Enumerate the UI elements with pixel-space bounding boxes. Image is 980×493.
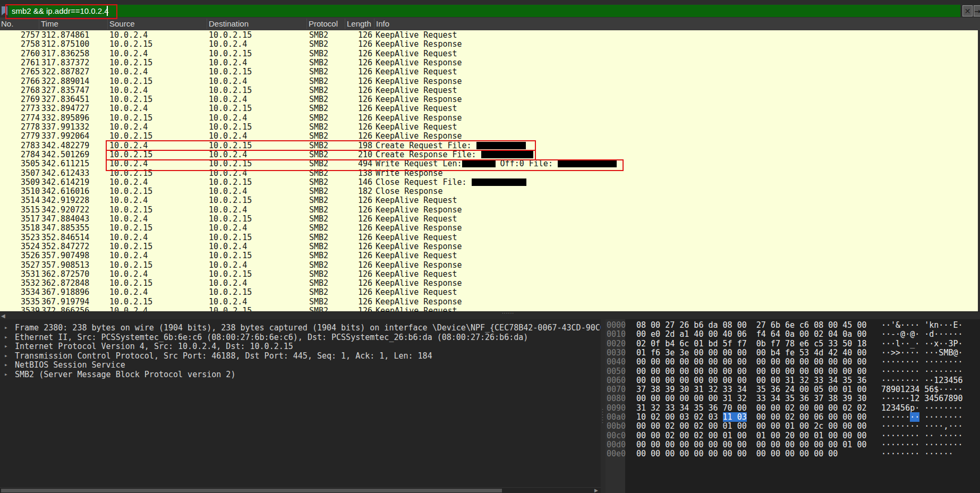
hex-bytes[interactable]: 00 00 00 00 00 00 00 00 00 00 00 00 00 0… <box>636 449 838 458</box>
hex-bytes[interactable]: 08 00 27 26 b6 da 08 00 27 6b 6e c6 08 0… <box>636 320 866 330</box>
hex-row[interactable]: 00a010 02 00 03 02 03 11 03 00 00 02 00 … <box>606 412 980 422</box>
hex-ascii[interactable]: ··'&···· 'kn···E· <box>881 320 963 330</box>
hex-bytes[interactable]: 00 00 00 00 00 00 00 00 00 00 00 00 00 0… <box>636 440 866 449</box>
packet-row[interactable]: 3517347.88404310.0.2.410.0.2.15SMB2126Ke… <box>0 214 980 224</box>
hex-row[interactable]: 003001 f6 3e 3e 00 00 00 00 00 b4 fe 53 … <box>606 348 980 358</box>
expand-arrow-icon[interactable]: ▸ <box>4 323 8 333</box>
selected-ascii[interactable]: ·· <box>910 412 919 422</box>
packet-row[interactable]: 2760317.83625810.0.2.410.0.2.15SMB2126Ke… <box>0 49 980 58</box>
packet-row[interactable]: 2774332.89589610.0.2.1510.0.2.4SMB2126Ke… <box>0 113 980 123</box>
hex-ascii[interactable]: ········ ········ <box>881 412 963 422</box>
hex-bytes[interactable]: 00 00 00 00 00 00 00 00 00 00 00 00 00 0… <box>636 367 866 376</box>
clear-filter-button[interactable]: ✕ <box>962 5 973 16</box>
hex-ascii[interactable]: ········ ··123456 <box>881 376 963 385</box>
hex-row[interactable]: 006000 00 00 00 00 00 00 00 00 00 31 32 … <box>606 376 980 385</box>
selected-bytes[interactable]: 11 03 <box>723 412 747 422</box>
packet-row[interactable]: 3535367.91979410.0.2.1510.0.2.4SMB2126Ke… <box>0 297 980 307</box>
hex-row[interactable]: 00b000 00 02 00 02 00 01 00 00 00 01 00 … <box>606 421 980 431</box>
hex-bytes[interactable]: 02 0f b4 6c 01 bd 5f f7 0b f7 78 e6 c5 3… <box>636 339 866 348</box>
column-header-destination[interactable]: Destination <box>209 18 249 30</box>
packet-row[interactable]: 3523352.84651410.0.2.410.0.2.15SMB2126Ke… <box>0 233 980 242</box>
packet-row[interactable]: 3510342.61601610.0.2.1510.0.2.4SMB2182Cl… <box>0 186 980 196</box>
hex-ascii[interactable]: ······12 34567890 <box>881 394 963 403</box>
detail-tree-row[interactable]: ▸Ethernet II, Src: PCSSystemtec_6b:6e:c6… <box>0 333 601 342</box>
hex-ascii[interactable]: ········ ·· ····· <box>881 431 963 440</box>
hex-bytes[interactable]: 10 02 00 03 02 03 11 03 00 00 02 00 06 0… <box>636 412 867 422</box>
hex-row[interactable]: 007037 38 39 30 31 32 33 34 35 36 24 00 … <box>606 385 980 394</box>
hex-ascii[interactable]: ········ ········ <box>881 440 963 449</box>
detail-tree-row[interactable]: ▸Frame 2380: 238 bytes on wire (1904 bit… <box>0 323 601 333</box>
hex-ascii[interactable]: ········ ········ <box>881 357 963 367</box>
hex-row[interactable]: 001000 e0 2d a1 40 00 40 06 f4 64 0a 00 … <box>606 329 980 339</box>
scrollbar-handle[interactable] <box>1 489 502 492</box>
packet-row[interactable]: 2758312.87510010.0.2.1510.0.2.4SMB2126Ke… <box>0 39 980 49</box>
packet-row[interactable]: 3518347.88535510.0.2.1510.0.2.4SMB2126Ke… <box>0 223 980 233</box>
scroll-right-icon[interactable]: ▶ <box>594 488 598 493</box>
detail-tree-row[interactable]: ▸Internet Protocol Version 4, Src: 10.0.… <box>0 342 601 351</box>
hex-bytes[interactable]: 00 00 02 00 02 00 01 00 01 00 20 00 01 0… <box>636 431 866 440</box>
hex-bytes[interactable]: 00 00 00 00 00 00 00 00 00 00 00 00 00 0… <box>636 357 866 367</box>
detail-tree-row[interactable]: ▸SMB2 (Server Message Block Protocol ver… <box>0 370 601 379</box>
packet-row[interactable]: 3509342.61421910.0.2.410.0.2.15SMB2146Cl… <box>0 177 980 187</box>
expand-arrow-icon[interactable]: ▸ <box>4 370 8 379</box>
column-header-source[interactable]: Source <box>109 18 135 30</box>
expand-arrow-icon[interactable]: ▸ <box>4 333 8 342</box>
packet-row[interactable]: 3515342.92072210.0.2.1510.0.2.4SMB2126Ke… <box>0 205 980 215</box>
hex-ascii[interactable]: ··-·@·@· ·d······ <box>881 329 963 339</box>
detail-tree-row[interactable]: ▸Transmission Control Protocol, Src Port… <box>0 351 601 361</box>
hex-row[interactable]: 002002 0f b4 6c 01 bd 5f f7 0b f7 78 e6 … <box>606 339 980 348</box>
packet-row[interactable]: 2768327.83574710.0.2.410.0.2.15SMB2126Ke… <box>0 86 980 95</box>
packet-row[interactable]: 3526357.90749810.0.2.410.0.2.15SMB2126Ke… <box>0 251 980 260</box>
column-header-no[interactable]: No. <box>1 18 13 30</box>
expand-arrow-icon[interactable]: ▸ <box>4 351 8 361</box>
packet-list-horizontal-scrollbar[interactable]: ◀ ······ <box>0 311 980 320</box>
hex-row[interactable]: 00d000 00 00 00 00 00 00 00 00 00 00 00 … <box>606 440 980 449</box>
hex-bytes[interactable]: 01 f6 3e 3e 00 00 00 00 00 b4 fe 53 4d 4… <box>636 348 866 358</box>
packet-row[interactable]: 2773332.89472710.0.2.410.0.2.15SMB2126Ke… <box>0 104 980 113</box>
packet-row[interactable]: 3527357.90851310.0.2.1510.0.2.4SMB2126Ke… <box>0 260 980 270</box>
hex-row[interactable]: 008000 00 00 00 00 00 31 32 33 34 35 36 … <box>606 394 980 403</box>
packet-row[interactable]: 2769327.83645110.0.2.1510.0.2.4SMB2126Ke… <box>0 95 980 104</box>
packet-row[interactable]: 3524352.84727210.0.2.1510.0.2.4SMB2126Ke… <box>0 242 980 251</box>
packet-row[interactable]: 3532362.87284810.0.2.1510.0.2.4SMB2126Ke… <box>0 278 980 288</box>
scroll-left-icon[interactable]: ◀ <box>1 312 5 319</box>
hex-ascii[interactable]: ···l··_· ··x··3P· <box>881 339 963 348</box>
hex-bytes[interactable]: 00 00 02 00 02 00 01 00 00 00 01 00 2c 0… <box>636 421 866 431</box>
filter-input[interactable] <box>8 5 960 17</box>
column-header-length[interactable]: Length <box>347 18 371 30</box>
packet-row[interactable]: 2779337.99206410.0.2.1510.0.2.4SMB2126Ke… <box>0 131 980 141</box>
packet-list-vertical-scrollbar[interactable] <box>978 30 980 317</box>
hex-ascii[interactable]: 123456p· ········ <box>881 403 963 413</box>
hex-bytes[interactable]: 37 38 39 30 31 32 33 34 35 36 24 00 05 0… <box>636 385 866 394</box>
packet-row[interactable]: 2778337.99133210.0.2.410.0.2.15SMB2126Ke… <box>0 122 980 132</box>
packet-row[interactable]: 2765322.88782710.0.2.410.0.2.15SMB2126Ke… <box>0 67 980 76</box>
packet-row[interactable]: 3534367.91889610.0.2.410.0.2.15SMB2126Ke… <box>0 287 980 297</box>
packet-row[interactable]: 2766322.88901410.0.2.1510.0.2.4SMB2126Ke… <box>0 76 980 86</box>
hex-row[interactable]: 00c000 00 02 00 02 00 01 00 01 00 20 00 … <box>606 431 980 440</box>
hex-ascii[interactable]: ········ ········ <box>881 367 963 376</box>
expand-arrow-icon[interactable]: ▸ <box>4 360 8 370</box>
column-header-protocol[interactable]: Protocol <box>309 18 338 30</box>
hex-bytes[interactable]: 00 e0 2d a1 40 00 40 06 f4 64 0a 00 02 0… <box>636 329 866 339</box>
column-header-time[interactable]: Time <box>41 18 58 30</box>
expand-arrow-icon[interactable]: ▸ <box>4 342 8 351</box>
hex-ascii[interactable]: ········ ······ <box>881 449 953 458</box>
packet-row[interactable]: 2757312.87486110.0.2.410.0.2.15SMB2126Ke… <box>0 30 980 40</box>
pane-splitter-handle[interactable]: ······ <box>502 312 514 315</box>
hex-row[interactable]: 004000 00 00 00 00 00 00 00 00 00 00 00 … <box>606 357 980 367</box>
packet-row[interactable]: 3514342.91922810.0.2.410.0.2.15SMB2126Ke… <box>0 196 980 205</box>
column-header-info[interactable]: Info <box>376 18 389 30</box>
detail-pane-horizontal-scrollbar[interactable]: ▶ <box>0 487 601 493</box>
hex-row[interactable]: 005000 00 00 00 00 00 00 00 00 00 00 00 … <box>606 367 980 376</box>
packet-row[interactable]: 3531362.87257010.0.2.410.0.2.15SMB2126Ke… <box>0 269 980 279</box>
hex-ascii[interactable]: 78901234 56$····· <box>881 385 963 394</box>
hex-bytes[interactable]: 00 00 00 00 00 00 00 00 00 00 31 32 33 3… <box>636 376 866 385</box>
hex-bytes[interactable]: 00 00 00 00 00 00 31 32 33 34 35 36 37 3… <box>636 394 866 403</box>
hex-row[interactable]: 00e000 00 00 00 00 00 00 00 00 00 00 00 … <box>606 449 980 458</box>
hex-ascii[interactable]: ········ ····,··· <box>881 421 963 431</box>
hex-bytes[interactable]: 31 32 33 34 35 36 70 00 00 00 02 00 00 0… <box>636 403 866 413</box>
hex-row[interactable]: 000008 00 27 26 b6 da 08 00 27 6b 6e c6 … <box>606 320 980 330</box>
hex-ascii[interactable]: ··>>···· ···SMB@· <box>881 348 963 358</box>
detail-tree-row[interactable]: ▸NetBIOS Session Service <box>0 360 601 370</box>
detail-hex-splitter[interactable]: ······ <box>601 319 606 493</box>
